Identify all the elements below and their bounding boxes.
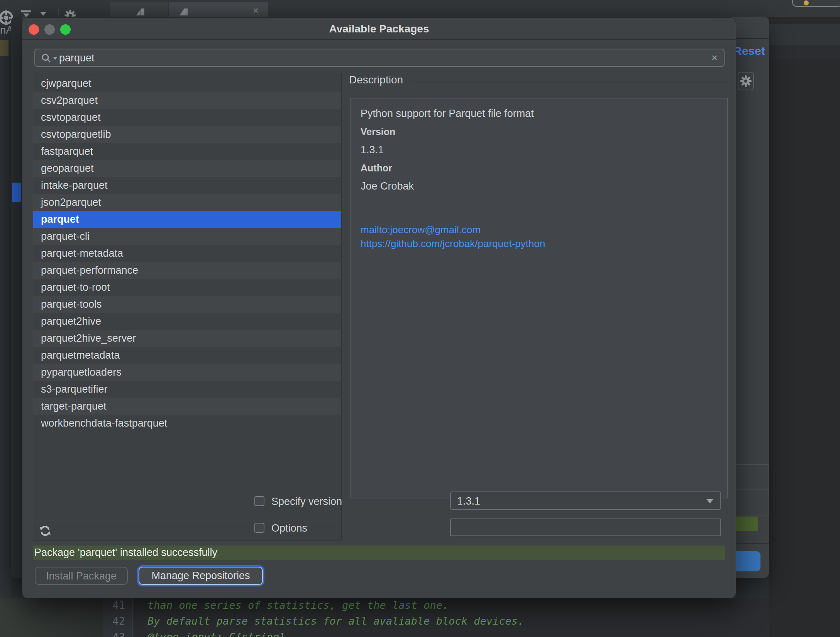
line-number: 41 — [106, 599, 125, 611]
search-icon — [41, 53, 52, 64]
specify-version-checkbox[interactable] — [254, 496, 264, 506]
package-list-panel: cjwparquetcsv2parquetcsvtoparquetcsvtopa… — [33, 73, 342, 540]
right-background — [769, 17, 840, 637]
left-tool-stripe — [0, 17, 11, 637]
package-list-item[interactable]: parquet2hive — [33, 313, 341, 330]
author-label: Author — [361, 162, 717, 174]
chevron-down-icon — [706, 499, 713, 503]
code-line: than one series of statistics, get the l… — [147, 599, 449, 611]
package-list-item[interactable]: target-parquet — [33, 398, 341, 415]
package-list-item[interactable]: parquet-to-root — [33, 279, 341, 296]
version-value: 1.3.1 — [361, 144, 717, 156]
tool-window-partial-label: nA — [0, 24, 11, 36]
editor-gutter: 414243 — [103, 598, 133, 637]
search-value: parquet — [59, 52, 95, 64]
dialog-titlebar: Available Packages — [22, 18, 736, 40]
package-links: mailto:joecrow@gmail.comhttps://github.c… — [361, 223, 717, 251]
options-input[interactable] — [450, 518, 721, 536]
package-list-item[interactable]: parquet — [33, 211, 341, 228]
version-label: Version — [361, 126, 717, 137]
package-list-item[interactable]: parquet-tools — [33, 296, 341, 313]
available-packages-dialog: Available Packages parquet × cjwparquetc… — [22, 17, 736, 598]
package-list-item[interactable]: parquet-metadata — [33, 245, 341, 262]
editor-tab-active[interactable]: × — [169, 2, 268, 17]
package-list-item[interactable]: parquet2hive_server — [33, 330, 341, 347]
description-panel: Python support for Parquet file format V… — [350, 98, 728, 498]
package-list-item[interactable]: csvtoparquetlib — [33, 126, 341, 143]
search-options-icon[interactable] — [53, 57, 58, 60]
reset-link[interactable]: Reset — [733, 44, 765, 58]
description-rule — [410, 82, 728, 82]
top-right-panel — [792, 0, 840, 7]
package-list-item[interactable]: workbenchdata-fastparquet — [33, 415, 341, 432]
package-summary: Python support for Parquet file format — [361, 108, 717, 119]
ide-background: × nA 414243 than one series of statistic… — [0, 0, 840, 637]
soft-wrap-icon[interactable] — [21, 10, 31, 17]
version-select[interactable]: 1.3.1 — [450, 491, 721, 510]
right-band — [769, 24, 840, 45]
line-number: 42 — [106, 615, 125, 627]
package-list-item[interactable]: json2parquet — [33, 194, 341, 211]
refresh-button[interactable] — [38, 523, 52, 538]
package-list-item[interactable]: geoparquet — [33, 160, 341, 177]
package-list-item[interactable]: parquet-cli — [33, 228, 341, 245]
specify-version-label: Specify version — [271, 496, 342, 508]
dialog-title: Available Packages — [22, 23, 736, 35]
clear-search-icon[interactable]: × — [711, 52, 718, 64]
editor-tab[interactable] — [110, 2, 168, 17]
install-package-button[interactable]: Install Package — [35, 567, 128, 585]
status-message: Package 'parquet' installed successfully — [34, 547, 217, 559]
package-list-item[interactable]: parquetmetadata — [33, 347, 341, 364]
package-list-item[interactable]: csvtoparquet — [33, 109, 341, 126]
line-number: 43 — [106, 631, 125, 637]
package-link[interactable]: mailto:joecrow@gmail.com — [361, 223, 717, 237]
package-list-item[interactable]: fastparquet — [33, 143, 341, 160]
package-list: cjwparquetcsv2parquetcsvtoparquetcsvtopa… — [33, 75, 341, 432]
description-header: Description — [349, 74, 403, 86]
package-list-item[interactable]: csv2parquet — [33, 92, 341, 109]
gear-icon — [740, 75, 752, 87]
package-list-item[interactable]: pyparquetloaders — [33, 364, 341, 381]
project-panel — [0, 598, 103, 637]
scrollbar-track[interactable] — [11, 17, 22, 578]
code-line: @type input: C{string} — [147, 631, 286, 637]
package-list-item[interactable]: intake-parquet — [33, 177, 341, 194]
options-checkbox[interactable] — [254, 523, 264, 533]
version-select-value: 1.3.1 — [457, 495, 480, 507]
package-list-item[interactable]: s3-parquetifier — [33, 381, 341, 398]
interpreter-gear-button[interactable] — [738, 72, 754, 90]
refresh-icon — [38, 523, 52, 538]
toolbar-divider — [58, 9, 59, 17]
editor-tab-bar: × — [0, 0, 840, 17]
options-label: Options — [271, 522, 307, 534]
yellow-status-dot — [804, 0, 809, 5]
python-file-icon — [136, 8, 145, 16]
package-link[interactable]: https://github.com/jcrobak/parquet-pytho… — [361, 237, 717, 251]
right-band — [769, 45, 840, 59]
tab-close-icon[interactable]: × — [253, 5, 259, 17]
package-list-item[interactable]: parquet-performance — [33, 262, 341, 279]
chevron-down-icon[interactable] — [40, 12, 46, 16]
author-value: Joe Crobak — [361, 180, 717, 192]
package-list-item[interactable]: cjwparquet — [33, 75, 341, 92]
status-bar: Package 'parquet' installed successfully — [33, 546, 725, 560]
breakpoint-chip — [0, 40, 8, 56]
search-input[interactable]: parquet × — [34, 49, 725, 67]
code-line: By default parse statistics for all aval… — [147, 615, 524, 627]
code-editor[interactable]: than one series of statistics, get the l… — [134, 598, 769, 637]
manage-repositories-button[interactable]: Manage Repositories — [139, 567, 263, 585]
scrollbar-thumb[interactable] — [12, 183, 21, 202]
python-file-icon — [180, 8, 188, 16]
